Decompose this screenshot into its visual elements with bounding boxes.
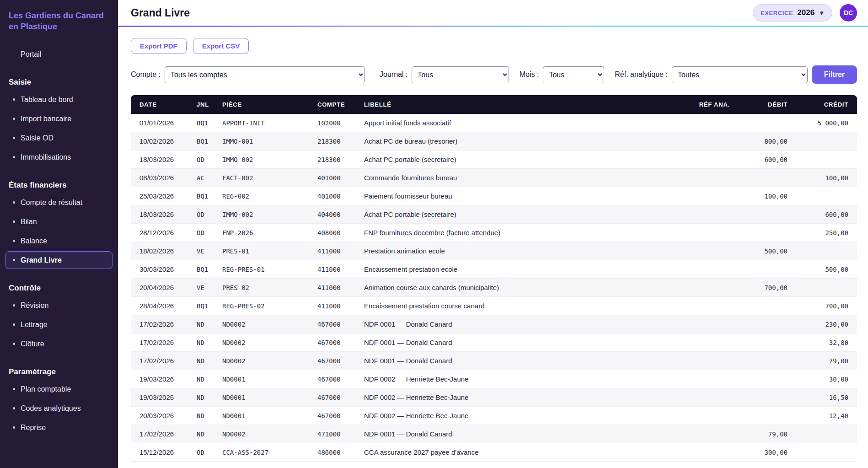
cell-piece: ND0002: [218, 425, 313, 443]
cell-libelle: Achat PC portable (secretaire): [359, 205, 675, 224]
cell-debit: 700,00: [734, 279, 792, 297]
cell-credit: [792, 132, 857, 151]
bullet-icon: [13, 137, 15, 139]
sidebar-item-grand-livre[interactable]: Grand Livre: [5, 251, 113, 269]
table-row: 01/01/2026BQ1APPORT-INIT102000Apport ini…: [131, 114, 857, 132]
sidebar-item-label: Clôture: [21, 339, 44, 348]
cell-compte: 411000: [313, 279, 359, 297]
sidebar-item-plan-comptable[interactable]: Plan comptable: [5, 380, 113, 398]
sidebar-item-portail[interactable]: Portail: [5, 45, 113, 63]
table-row: 18/02/2026VEPRES-01411000Prestation anim…: [131, 242, 857, 260]
cell-ref: [675, 388, 734, 407]
cell-jnl: ND: [192, 407, 218, 425]
cell-libelle: Achat PC portable (secretaire): [359, 151, 675, 169]
compte-select[interactable]: Tous les comptes: [165, 66, 365, 83]
sidebar-item-bilan[interactable]: Bilan: [5, 213, 113, 231]
app-title: Les Gardiens du Canard en Plastique: [0, 0, 118, 32]
cell-libelle: Apport initial fonds associatif: [359, 114, 675, 132]
cell-date: 18/03/2026: [131, 205, 192, 224]
cell-jnl: VE: [192, 242, 218, 260]
cell-compte: 467000: [313, 407, 359, 425]
cell-ref: [675, 370, 734, 388]
cell-piece: IMMO-002: [218, 205, 313, 224]
cell-debit: [734, 352, 792, 370]
content: Export PDF Export CSV Compte : Tous les …: [118, 27, 868, 468]
cell-libelle: Prestation animation ecole: [359, 242, 675, 260]
sidebar-item-label: Lettrage: [21, 320, 48, 329]
cell-credit: 32,80: [792, 334, 857, 352]
exercice-selector[interactable]: EXERCICE 2026 ▼: [753, 4, 832, 22]
cell-date: 28/04/2026: [131, 297, 192, 315]
cell-ref: [675, 132, 734, 151]
chevron-down-icon: ▼: [819, 10, 825, 16]
cell-jnl: BQ1: [192, 114, 218, 132]
cell-jnl: BQ1: [192, 297, 218, 315]
cell-credit: [792, 187, 857, 205]
cell-piece: IMMO-002: [218, 151, 313, 169]
cell-debit: 800,00: [734, 132, 792, 151]
cell-date: 20/04/2026: [131, 279, 192, 297]
cell-piece: ND0002: [218, 334, 313, 352]
cell-jnl: BQ1: [192, 132, 218, 151]
sidebar-item-tableau-de-bord[interactable]: Tableau de bord: [5, 91, 113, 108]
table-row: 30/03/2026BQ1REG-PRES-01411000Encaisseme…: [131, 260, 857, 279]
mois-select[interactable]: Tous: [543, 66, 604, 83]
bullet-icon: [13, 118, 15, 120]
sidebar-item-codes-analytiques[interactable]: Codes analytiques: [5, 399, 113, 417]
sidebar-section-controle: Contrôle: [0, 284, 118, 293]
export-pdf-button[interactable]: Export PDF: [131, 38, 187, 54]
cell-compte: 467000: [313, 352, 359, 370]
sidebar-section-etats-financiers: États financiers: [0, 181, 118, 190]
cell-jnl: ND: [192, 425, 218, 443]
cell-debit: [734, 114, 792, 132]
cell-ref: [675, 425, 734, 443]
bullet-icon: [13, 323, 15, 326]
bullet-icon: [13, 388, 15, 390]
cell-date: 19/03/2026: [131, 388, 192, 407]
sidebar-item-balance[interactable]: Balance: [5, 232, 113, 250]
filter-bar: Compte : Tous les comptes Journal : Tous…: [131, 65, 857, 84]
app-window: Les Gardiens du Canard en Plastique Port…: [0, 0, 868, 468]
sidebar-item-reprise[interactable]: Reprise: [5, 419, 113, 436]
export-csv-button[interactable]: Export CSV: [193, 38, 249, 54]
filter-button[interactable]: Filtrer: [812, 65, 857, 84]
sidebar-item-label: Reprise: [21, 423, 46, 432]
sidebar-item-immobilisations[interactable]: Immobilisations: [5, 148, 113, 166]
cell-debit: [734, 297, 792, 315]
sidebar-item-cloture[interactable]: Clôture: [5, 335, 113, 353]
cell-compte: 467000: [313, 388, 359, 407]
sidebar-item-label: Immobilisations: [21, 153, 71, 161]
cell-date: 20/03/2026: [131, 407, 192, 425]
cell-jnl: BQ1: [192, 260, 218, 279]
sidebar-item-import-bancaire[interactable]: Import bancaire: [5, 110, 113, 128]
cell-date: 08/03/2026: [131, 169, 192, 187]
cell-debit: [734, 315, 792, 334]
cell-ref: [675, 205, 734, 224]
col-header-piece: PIÈCE: [218, 95, 313, 114]
cell-jnl: OD: [192, 151, 218, 169]
sidebar-item-compte-de-resultat[interactable]: Compte de résultat: [5, 194, 113, 211]
cell-debit: [734, 260, 792, 279]
cell-ref: [675, 151, 734, 169]
cell-compte: 218300: [313, 151, 359, 169]
cell-credit: [792, 151, 857, 169]
cell-ref: [675, 334, 734, 352]
cell-piece: APPORT-INIT: [218, 114, 313, 132]
cell-libelle: Encaissement prestation course canard: [359, 297, 675, 315]
table-row: 18/03/2026ODIMMO-002404000Achat PC porta…: [131, 205, 857, 224]
sidebar-item-lettrage[interactable]: Lettrage: [5, 316, 113, 334]
cell-compte: 218300: [313, 132, 359, 151]
avatar[interactable]: DC: [840, 4, 857, 22]
sidebar-item-label: Grand Livre: [21, 256, 62, 264]
sidebar-item-revision[interactable]: Révision: [5, 296, 113, 314]
cell-jnl: VE: [192, 279, 218, 297]
ref-analytique-select[interactable]: Toutes: [672, 66, 808, 83]
cell-compte: 404000: [313, 205, 359, 224]
cell-piece: ND0001: [218, 388, 313, 407]
sidebar-item-saisie-od[interactable]: Saisie OD: [5, 129, 113, 147]
cell-date: 17/02/2026: [131, 352, 192, 370]
cell-ref: [675, 114, 734, 132]
journal-select[interactable]: Tous: [412, 66, 509, 83]
ref-analytique-filter-label: Réf. analytique :: [615, 70, 668, 79]
cell-libelle: FNP fournitures decembre (facture attend…: [359, 224, 675, 242]
